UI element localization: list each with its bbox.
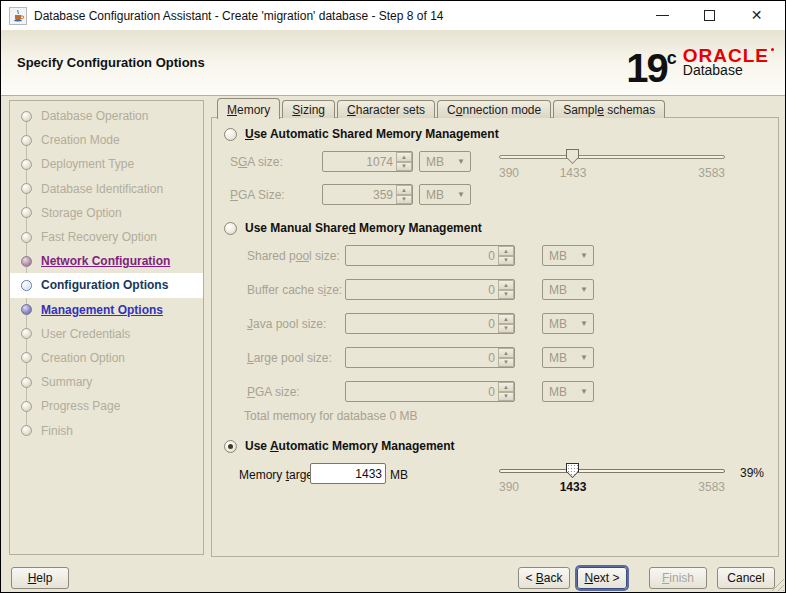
java-pool-unit-combo: MB▼ bbox=[542, 313, 594, 334]
tab-sample-schemas[interactable]: Sample schemas bbox=[553, 100, 665, 118]
memory-target-input[interactable]: 1433 bbox=[310, 463, 386, 484]
memory-target-slider-track[interactable] bbox=[499, 469, 725, 473]
spinner-down-icon: ▼ bbox=[498, 290, 514, 300]
step-dot bbox=[21, 135, 32, 146]
sga-slider-current: 1433 bbox=[556, 166, 590, 180]
memory-target-label: Memory target: bbox=[239, 468, 320, 482]
memory-percent-value: 39% bbox=[740, 466, 764, 480]
cancel-button[interactable]: Cancel bbox=[717, 567, 775, 589]
sidebar-item-creation-option: Creation Option bbox=[10, 346, 203, 370]
memory-target-slider-thumb[interactable] bbox=[566, 463, 579, 478]
tab-character-sets[interactable]: Character sets bbox=[337, 100, 435, 118]
large-pool-size-label: Large pool size: bbox=[247, 351, 332, 365]
tab-sizing[interactable]: Sizing bbox=[282, 100, 335, 118]
chevron-down-icon: ▼ bbox=[580, 387, 593, 396]
step-dot bbox=[21, 280, 32, 291]
help-button[interactable]: Help bbox=[11, 567, 69, 589]
sidebar-item-finish: Finish bbox=[10, 418, 203, 442]
header-banner: Specify Configuration Options 19c ORACLE… bbox=[1, 30, 785, 96]
step-dot bbox=[21, 207, 32, 218]
page-title: Specify Configuration Options bbox=[1, 55, 205, 70]
pga-unit-combo: MB▼ bbox=[419, 184, 471, 205]
manual-pga-unit-combo: MB▼ bbox=[542, 381, 594, 402]
pga-size-spinner: ▲▼ bbox=[396, 185, 412, 204]
sga-slider-track bbox=[499, 155, 725, 159]
radio-manual-shared-memory[interactable] bbox=[224, 222, 237, 235]
radio-automatic-shared-memory-label: Use Automatic Shared Memory Management bbox=[245, 127, 499, 141]
chevron-down-icon: ▼ bbox=[580, 251, 593, 260]
sga-size-field: 1074 ▲▼ bbox=[322, 151, 413, 172]
sidebar-item-database-operation: Database Operation bbox=[10, 104, 203, 128]
back-button[interactable]: < Back bbox=[518, 567, 570, 589]
buffer-cache-unit-combo: MB▼ bbox=[542, 279, 594, 300]
spinner-up-icon: ▲ bbox=[396, 185, 412, 195]
shared-pool-size-field: 0▲▼ bbox=[345, 245, 515, 266]
sga-size-label: SGA size: bbox=[230, 155, 283, 169]
manual-pga-size-field: 0▲▼ bbox=[345, 381, 515, 402]
sidebar-item-creation-mode: Creation Mode bbox=[10, 128, 203, 152]
sidebar-item-database-identification: Database Identification bbox=[10, 177, 203, 201]
spinner-down-icon: ▼ bbox=[498, 392, 514, 402]
step-dot bbox=[21, 183, 32, 194]
sga-slider-min: 390 bbox=[499, 166, 519, 180]
buffer-cache-size-label: Buffer cache size: bbox=[247, 283, 342, 297]
spinner-up-icon: ▲ bbox=[498, 382, 514, 392]
buffer-cache-size-field: 0▲▼ bbox=[345, 279, 515, 300]
sga-slider-max: 3583 bbox=[695, 166, 725, 180]
step-dot bbox=[21, 304, 32, 315]
chevron-down-icon: ▼ bbox=[457, 190, 470, 199]
step-dot bbox=[21, 256, 32, 267]
java-icon bbox=[9, 7, 27, 25]
step-dot bbox=[21, 328, 32, 339]
chevron-down-icon: ▼ bbox=[580, 353, 593, 362]
sidebar-item-summary: Summary bbox=[10, 370, 203, 394]
step-dot bbox=[21, 352, 32, 363]
step-dot bbox=[21, 377, 32, 388]
tab-memory[interactable]: Memory bbox=[217, 98, 280, 119]
title-bar: Database Configuration Assistant - Creat… bbox=[1, 1, 785, 30]
sidebar-item-fast-recovery-option: Fast Recovery Option bbox=[10, 225, 203, 249]
sidebar-item-management-options[interactable]: Management Options bbox=[10, 298, 203, 322]
spinner-up-icon: ▲ bbox=[498, 314, 514, 324]
oracle-brand: ORACLE bbox=[683, 48, 769, 63]
memory-target-unit: MB bbox=[390, 468, 408, 482]
spinner-down-icon: ▼ bbox=[498, 256, 514, 266]
amm-slider-max: 3583 bbox=[695, 480, 725, 494]
shared-pool-size-label: Shared pool size: bbox=[247, 249, 340, 263]
step-dot bbox=[21, 425, 32, 436]
java-pool-size-label: Java pool size: bbox=[247, 317, 326, 331]
wizard-steps-panel: Database Operation Creation Mode Deploym… bbox=[9, 100, 204, 555]
sidebar-item-user-credentials: User Credentials bbox=[10, 322, 203, 346]
chevron-down-icon: ▼ bbox=[580, 319, 593, 328]
minimize-icon[interactable] bbox=[656, 9, 669, 22]
radio-automatic-memory[interactable] bbox=[224, 440, 237, 453]
sidebar-item-deployment-type: Deployment Type bbox=[10, 152, 203, 176]
window-title: Database Configuration Assistant - Creat… bbox=[34, 9, 443, 23]
chevron-down-icon: ▼ bbox=[580, 285, 593, 294]
step-dot bbox=[21, 111, 32, 122]
next-button[interactable]: Next > bbox=[577, 567, 627, 589]
config-tabs: Memory Sizing Character sets Connection … bbox=[217, 97, 665, 118]
step-dot bbox=[21, 159, 32, 170]
pga-size-field: 359 ▲▼ bbox=[322, 184, 413, 205]
memory-tab-panel: Use Automatic Shared Memory Management S… bbox=[211, 117, 779, 557]
chevron-down-icon: ▼ bbox=[457, 157, 470, 166]
spinner-down-icon: ▼ bbox=[396, 195, 412, 205]
sga-slider-thumb bbox=[566, 149, 579, 164]
manual-pga-size-label: PGA size: bbox=[247, 385, 300, 399]
tab-connection-mode[interactable]: Connection mode bbox=[437, 100, 551, 118]
spinner-down-icon: ▼ bbox=[396, 162, 412, 172]
oracle-19c-logo: 19c ORACLE Database bbox=[626, 38, 785, 88]
radio-automatic-memory-label: Use Automatic Memory Management bbox=[245, 439, 455, 453]
close-icon[interactable]: ✕ bbox=[750, 9, 763, 22]
step-dot bbox=[21, 401, 32, 412]
large-pool-size-field: 0▲▼ bbox=[345, 347, 515, 368]
sidebar-item-progress-page: Progress Page bbox=[10, 394, 203, 418]
step-dot bbox=[21, 232, 32, 243]
radio-automatic-shared-memory[interactable] bbox=[224, 128, 237, 141]
sidebar-item-network-configuration[interactable]: Network Configuration bbox=[10, 249, 203, 273]
dbca-window: Database Configuration Assistant - Creat… bbox=[0, 0, 786, 593]
spinner-up-icon: ▲ bbox=[498, 280, 514, 290]
spinner-down-icon: ▼ bbox=[498, 358, 514, 368]
maximize-icon[interactable] bbox=[703, 9, 716, 22]
